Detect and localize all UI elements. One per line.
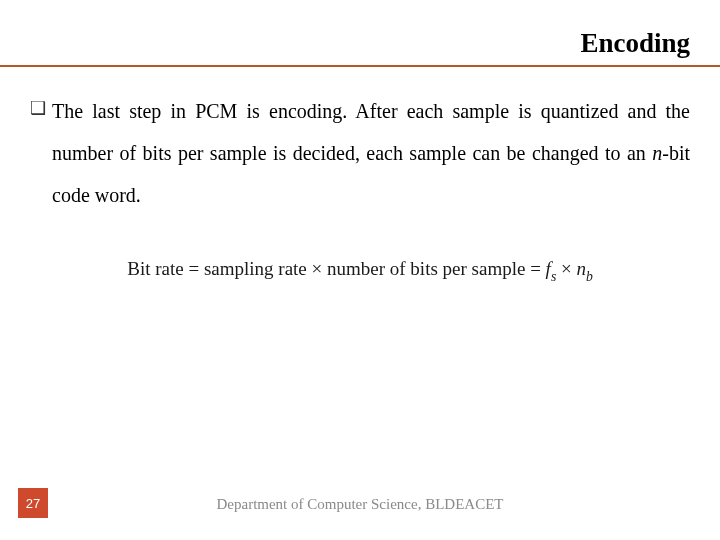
bullet-item: ❑ The last step in PCM is encoding. Afte… [30,90,690,216]
formula-n: n [576,258,586,279]
title-bar: Encoding [0,28,720,67]
square-bullet-icon: ❑ [30,90,52,128]
slide: Encoding ❑ The last step in PCM is encod… [0,0,720,540]
footer-text: Department of Computer Science, BLDEACET [0,496,720,513]
formula-eq2: = [525,258,545,279]
body-text-italic: n [652,142,662,164]
formula-block: Bit rate = sampling rate × number of bit… [30,258,690,284]
bitrate-formula: Bit rate = sampling rate × number of bit… [127,258,593,284]
formula-f-sub: s [551,269,556,284]
slide-title: Encoding [30,28,690,59]
formula-eq1: = [184,258,204,279]
formula-lhs: Bit rate [127,258,183,279]
body-text-pre: The last step in PCM is encoding. After … [52,100,690,164]
formula-times: × [556,258,576,279]
formula-mid: sampling rate × number of bits per sampl… [204,258,526,279]
formula-n-sub: b [586,269,593,284]
body-paragraph: The last step in PCM is encoding. After … [52,90,690,216]
slide-body: ❑ The last step in PCM is encoding. Afte… [30,90,690,284]
